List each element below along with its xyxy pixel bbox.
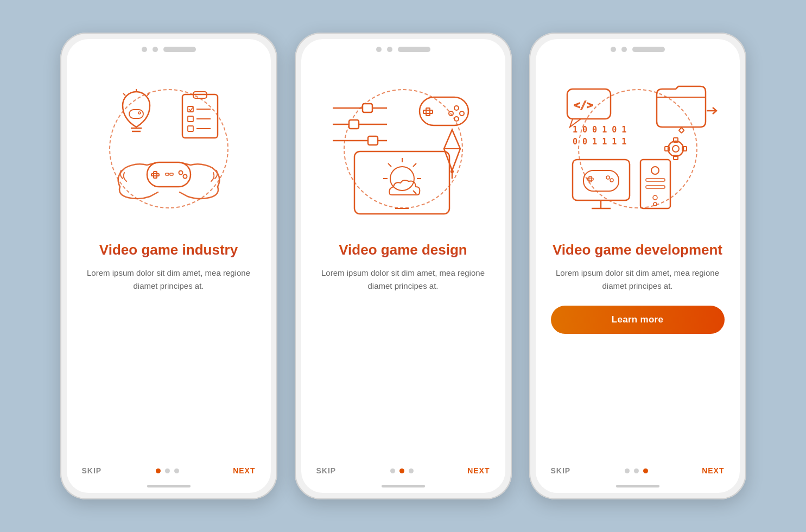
phone-2-circle1 bbox=[376, 47, 382, 52]
phone-1-desc: Lorem ipsum dolor sit dim amet, mea regi… bbox=[82, 267, 256, 293]
phone-2-desc: Lorem ipsum dolor sit dim amet, mea regi… bbox=[316, 267, 490, 293]
svg-rect-9 bbox=[129, 110, 143, 118]
svg-rect-31 bbox=[423, 110, 433, 113]
phone-2-dot-1 bbox=[390, 468, 395, 473]
phone-2-title: Video game design bbox=[339, 241, 467, 259]
phone-2-home-bar bbox=[382, 485, 425, 487]
svg-point-34 bbox=[449, 111, 453, 116]
svg-point-32 bbox=[454, 106, 459, 110]
phone-2-content: Video game design Lorem ipsum dolor sit … bbox=[301, 56, 505, 458]
svg-point-3 bbox=[179, 171, 182, 175]
phone-2-inner: Video game design Lorem ipsum dolor sit … bbox=[301, 39, 505, 493]
phone-2-dots bbox=[390, 468, 414, 473]
phone-2-dot-2 bbox=[399, 468, 404, 473]
phone-3-pill bbox=[632, 47, 665, 52]
phone-2-dot-3 bbox=[409, 468, 414, 473]
svg-rect-28 bbox=[368, 136, 378, 145]
svg-line-13 bbox=[123, 93, 125, 96]
svg-rect-65 bbox=[589, 176, 592, 182]
phone-1-circle1 bbox=[142, 47, 147, 52]
phone-1: Video game industry Lorem ipsum dolor si… bbox=[60, 33, 277, 499]
svg-point-35 bbox=[454, 117, 459, 121]
svg-point-33 bbox=[460, 111, 464, 116]
phone-2-skip[interactable]: SKIP bbox=[316, 466, 337, 475]
svg-line-44 bbox=[413, 191, 416, 194]
svg-rect-2 bbox=[151, 174, 159, 176]
phone-2-svg bbox=[322, 67, 485, 230]
svg-point-54 bbox=[668, 141, 683, 156]
svg-rect-63 bbox=[573, 160, 630, 200]
phone-3-desc: Lorem ipsum dolor sit dim amet, mea regi… bbox=[551, 267, 725, 293]
phone-3-svg: </> bbox=[556, 67, 719, 230]
svg-rect-1 bbox=[154, 172, 157, 178]
phone-3-title: Video game development bbox=[553, 241, 722, 259]
svg-point-68 bbox=[610, 179, 613, 182]
phone-3-topbar bbox=[536, 39, 740, 56]
phones-container: Video game industry Lorem ipsum dolor si… bbox=[60, 33, 746, 499]
phone-3-dots bbox=[625, 468, 648, 473]
svg-point-55 bbox=[672, 145, 679, 152]
svg-rect-73 bbox=[646, 179, 665, 181]
svg-text:</>: </> bbox=[574, 98, 593, 111]
svg-rect-60 bbox=[678, 128, 684, 133]
svg-line-42 bbox=[413, 163, 416, 167]
phone-1-bottom: SKIP NEXT bbox=[67, 458, 271, 485]
phone-1-skip[interactable]: SKIP bbox=[82, 466, 102, 475]
phone-1-circle2 bbox=[153, 47, 158, 52]
phone-3-circle2 bbox=[621, 47, 627, 52]
phone-2-next[interactable]: NEXT bbox=[467, 466, 490, 475]
svg-rect-24 bbox=[363, 104, 372, 112]
svg-rect-19 bbox=[188, 116, 193, 122]
svg-text:0 0 1 1 1 1: 0 0 1 1 1 1 bbox=[573, 137, 626, 147]
phone-2-pill bbox=[398, 47, 430, 52]
phone-3-circle1 bbox=[611, 47, 616, 52]
phone-3-dot-1 bbox=[625, 468, 630, 473]
svg-line-14 bbox=[147, 93, 149, 96]
phone-3-home-bar bbox=[616, 485, 659, 487]
phone-3-skip[interactable]: SKIP bbox=[551, 466, 571, 475]
phone-1-inner: Video game industry Lorem ipsum dolor si… bbox=[67, 39, 271, 493]
phone-1-pill bbox=[163, 47, 196, 52]
svg-point-76 bbox=[653, 202, 657, 206]
svg-text:1 0 0 1 0 1: 1 0 0 1 0 1 bbox=[573, 125, 626, 135]
phone-3-illustration: </> bbox=[551, 62, 725, 236]
svg-rect-6 bbox=[170, 173, 173, 175]
phone-3-inner: </> bbox=[536, 39, 740, 493]
phone-2-topbar bbox=[301, 39, 505, 56]
phone-1-svg bbox=[87, 67, 250, 230]
phone-3-next[interactable]: NEXT bbox=[702, 466, 724, 475]
phone-3-bottom: SKIP NEXT bbox=[536, 458, 740, 485]
learn-more-button[interactable]: Learn more bbox=[551, 306, 725, 334]
svg-rect-5 bbox=[166, 173, 169, 175]
svg-line-45 bbox=[388, 163, 391, 167]
phone-1-dots bbox=[156, 468, 179, 473]
phone-1-dot-2 bbox=[165, 468, 170, 473]
phone-2-illustration bbox=[316, 62, 490, 236]
svg-point-75 bbox=[653, 195, 657, 200]
svg-point-4 bbox=[183, 175, 187, 179]
phone-1-topbar bbox=[67, 39, 271, 56]
phone-3-dot-3 bbox=[643, 468, 648, 473]
phone-3-dot-2 bbox=[634, 468, 639, 473]
phone-1-dot-3 bbox=[174, 468, 179, 473]
phone-3-content: </> bbox=[536, 56, 740, 458]
svg-point-72 bbox=[651, 167, 659, 174]
phone-2-bottom: SKIP NEXT bbox=[301, 458, 505, 485]
phone-1-home-bar bbox=[147, 485, 191, 487]
phone-1-next[interactable]: NEXT bbox=[233, 466, 255, 475]
phone-2: Video game design Lorem ipsum dolor sit … bbox=[295, 33, 512, 499]
svg-point-11 bbox=[138, 112, 141, 114]
svg-rect-26 bbox=[349, 120, 359, 129]
svg-rect-21 bbox=[188, 126, 193, 131]
svg-point-67 bbox=[606, 176, 610, 179]
phone-2-circle2 bbox=[387, 47, 392, 52]
svg-rect-66 bbox=[587, 178, 593, 180]
phone-1-illustration bbox=[82, 62, 256, 236]
phone-1-title: Video game industry bbox=[99, 241, 238, 259]
phone-1-dot-1 bbox=[156, 468, 161, 473]
phone-1-content: Video game industry Lorem ipsum dolor si… bbox=[67, 56, 271, 458]
phone-3: </> bbox=[529, 33, 746, 499]
svg-rect-74 bbox=[646, 186, 665, 188]
svg-rect-30 bbox=[426, 108, 430, 116]
svg-point-38 bbox=[450, 170, 454, 173]
